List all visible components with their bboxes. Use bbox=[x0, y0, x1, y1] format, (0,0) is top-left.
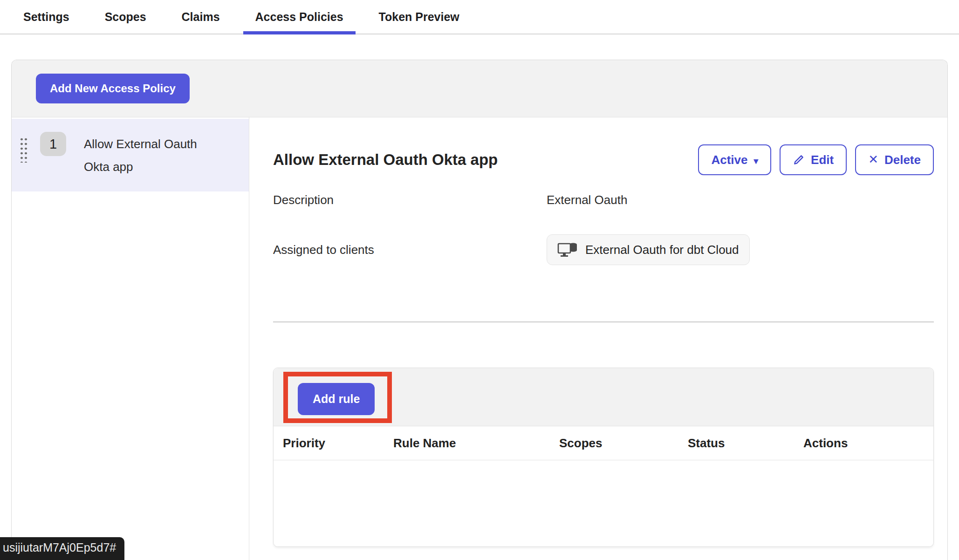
chevron-down-icon: ▾ bbox=[754, 156, 759, 166]
rules-table-empty-body bbox=[274, 460, 933, 546]
rules-card: Add rule Priority Rule Name Scopes Statu… bbox=[273, 368, 934, 547]
tab-bar: Settings Scopes Claims Access Policies T… bbox=[0, 0, 959, 34]
policy-list: 1 Allow External Oauth Okta app bbox=[12, 117, 249, 560]
delete-button-label: Delete bbox=[884, 153, 921, 167]
link-preview-tooltip: usijiutarM7Aj0Ep5d7# bbox=[0, 537, 124, 560]
assigned-clients-label: Assigned to clients bbox=[273, 243, 547, 257]
column-header-rule-name: Rule Name bbox=[393, 436, 559, 451]
column-header-status: Status bbox=[688, 436, 803, 451]
column-header-priority: Priority bbox=[274, 436, 393, 451]
client-app-icon bbox=[557, 241, 579, 259]
description-value: External Oauth bbox=[547, 193, 627, 207]
panel-header: Add New Access Policy bbox=[12, 60, 947, 117]
delete-button[interactable]: ✕ Delete bbox=[855, 144, 934, 175]
assigned-client-chip[interactable]: External Oauth for dbt Cloud bbox=[547, 234, 750, 265]
rules-header: Add rule bbox=[274, 368, 933, 426]
policy-list-item[interactable]: 1 Allow External Oauth Okta app bbox=[12, 119, 249, 191]
tab-access-policies[interactable]: Access Policies bbox=[243, 0, 356, 34]
policy-detail: Allow External Oauth Okta app Active ▾ E… bbox=[249, 117, 947, 560]
tab-scopes[interactable]: Scopes bbox=[93, 0, 158, 34]
add-rule-button[interactable]: Add rule bbox=[298, 383, 375, 415]
policy-name: Allow External Oauth Okta app bbox=[84, 133, 219, 178]
tab-settings[interactable]: Settings bbox=[11, 0, 82, 34]
policy-actions: Active ▾ Edit ✕ Delete bbox=[698, 144, 934, 175]
active-status-dropdown[interactable]: Active ▾ bbox=[698, 144, 771, 175]
column-header-actions: Actions bbox=[803, 436, 933, 451]
drag-handle-icon[interactable] bbox=[19, 137, 27, 163]
tab-token-preview[interactable]: Token Preview bbox=[367, 0, 472, 34]
policy-order-badge: 1 bbox=[40, 132, 66, 156]
tab-claims[interactable]: Claims bbox=[170, 0, 232, 34]
active-status-label: Active bbox=[711, 153, 747, 167]
assigned-client-name: External Oauth for dbt Cloud bbox=[585, 243, 739, 257]
rules-table-header: Priority Rule Name Scopes Status Actions bbox=[274, 426, 933, 460]
policy-title: Allow External Oauth Okta app bbox=[273, 151, 498, 169]
description-label: Description bbox=[273, 193, 547, 207]
pencil-icon bbox=[793, 154, 805, 166]
edit-button[interactable]: Edit bbox=[780, 144, 847, 175]
close-icon: ✕ bbox=[868, 152, 878, 167]
highlight-annotation: Add rule bbox=[283, 372, 392, 423]
edit-button-label: Edit bbox=[811, 153, 834, 167]
add-new-access-policy-button[interactable]: Add New Access Policy bbox=[36, 74, 190, 103]
column-header-scopes: Scopes bbox=[559, 436, 688, 451]
section-divider bbox=[273, 321, 934, 322]
access-policies-panel: Add New Access Policy 1 Allow External O… bbox=[11, 60, 948, 560]
